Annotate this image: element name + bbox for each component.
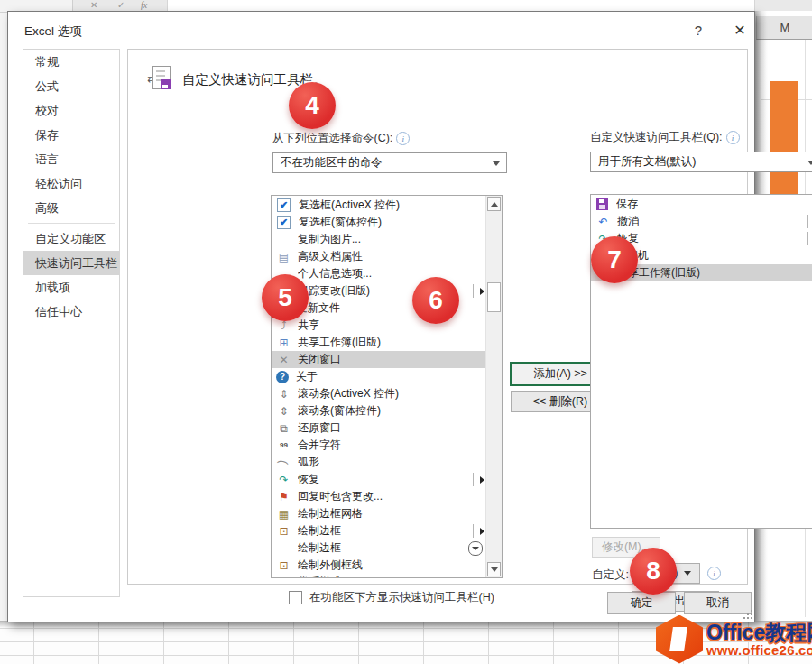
- list-item[interactable]: ✕关闭窗口: [272, 351, 486, 368]
- list-item-label: 弧形: [298, 455, 319, 470]
- list-item[interactable]: ⤴共享: [272, 317, 486, 334]
- sidebar-item[interactable]: 校对: [23, 98, 119, 123]
- no-icon: [276, 541, 291, 555]
- list-item-label: 共享: [298, 318, 319, 333]
- merge-characters-icon: 99: [276, 438, 291, 452]
- commands-list: ✔复选框(ActiveX 控件)✔复选框(窗体控件)复制为图片...▤高级文档属…: [271, 195, 503, 578]
- list-item[interactable]: 复制为图片...: [272, 231, 486, 248]
- list-item[interactable]: ⊞共享工作簿(旧版): [272, 334, 486, 351]
- cancel-icon[interactable]: ✕: [90, 0, 97, 11]
- watermark-url: www.office26.com: [706, 643, 812, 658]
- draw-border-grid-icon: ▦: [276, 507, 291, 521]
- ok-button[interactable]: 确定: [607, 592, 676, 614]
- info-icon[interactable]: i: [396, 132, 410, 145]
- callout-step-7: 7: [591, 236, 638, 283]
- sidebar-item[interactable]: 语言: [23, 147, 119, 171]
- list-item-label: 个人信息选项...: [298, 266, 372, 281]
- list-item-label: 跟踪更改(旧版): [298, 283, 370, 299]
- info-icon[interactable]: i: [726, 131, 740, 144]
- submenu-arrow-icon[interactable]: [473, 284, 486, 298]
- no-icon: [276, 233, 291, 246]
- list-item[interactable]: ↶撤消: [591, 213, 812, 230]
- split-down-icon[interactable]: [468, 541, 483, 556]
- list-item-label: 绘制边框: [298, 523, 341, 539]
- divider: [28, 223, 115, 224]
- scrollbar[interactable]: [485, 196, 502, 577]
- close-window-icon: ✕: [276, 353, 291, 366]
- submenu-arrow-icon[interactable]: [807, 232, 812, 245]
- restore-window-icon: ⧉: [276, 421, 291, 435]
- list-item[interactable]: ✔复选框(ActiveX 控件): [272, 197, 486, 214]
- list-item-label: 关闭窗口: [298, 352, 341, 367]
- sidebar-item[interactable]: 高级: [23, 196, 119, 220]
- insert-function-icon[interactable]: fx: [141, 0, 147, 11]
- list-item-label: 绘制外侧框线: [298, 558, 363, 573]
- excel-options-dialog: Excel 选项 ? ✕ 常规公式校对保存语言轻松访问高级自定义功能区快速访问工…: [7, 11, 755, 622]
- show-below-ribbon-checkbox[interactable]: [289, 591, 302, 604]
- list-item-label: 关于: [296, 369, 318, 384]
- submenu-arrow-icon[interactable]: [473, 524, 486, 538]
- list-item[interactable]: ⇕滚动条(窗体控件): [272, 402, 486, 420]
- list-item[interactable]: ⊡绘制外侧框线: [272, 557, 486, 574]
- list-item-label: 绘制边框网格: [298, 506, 363, 521]
- submenu-arrow-icon[interactable]: [473, 473, 486, 486]
- shared-workbook-icon: ⊞: [276, 336, 291, 349]
- currency-style-icon: "¥": [276, 576, 291, 578]
- scrollbar-control-icon: ⇕: [276, 404, 291, 418]
- scroll-down-icon[interactable]: [487, 562, 501, 576]
- list-item[interactable]: 个人信息选项...: [272, 265, 486, 282]
- list-item[interactable]: (弧形: [272, 454, 486, 471]
- office-logo-icon: [656, 615, 703, 664]
- list-item-label: 合并字符: [298, 438, 341, 453]
- submenu-arrow-icon[interactable]: [807, 215, 812, 228]
- list-item[interactable]: ⊡绘制边框: [272, 522, 486, 540]
- watermark-title: Office教程网: [706, 622, 812, 643]
- chevron-down-icon: [684, 571, 691, 576]
- sidebar-item[interactable]: 常规: [23, 50, 119, 74]
- checkbox-checked-icon: ✔: [277, 216, 291, 229]
- list-item[interactable]: ⧉还原窗口: [272, 420, 486, 437]
- list-item-label: 共享工作簿(旧版): [298, 335, 381, 350]
- list-item[interactable]: ▦绘制边框网格: [272, 505, 486, 522]
- undo-icon: ↶: [595, 215, 611, 228]
- sidebar-item[interactable]: 快速访问工具栏: [23, 251, 119, 275]
- callout-step-6: 6: [412, 277, 459, 324]
- list-item-label: 复制为图片...: [298, 232, 361, 247]
- list-item[interactable]: ⇕滚动条(ActiveX 控件): [272, 385, 486, 402]
- sidebar-item[interactable]: 保存: [23, 123, 119, 147]
- chevron-down-icon: [493, 161, 500, 166]
- list-item[interactable]: "¥"货币样式: [272, 574, 486, 578]
- list-item[interactable]: 绘制边框: [272, 540, 486, 557]
- scroll-up-icon[interactable]: [487, 197, 501, 211]
- enter-icon[interactable]: ✓: [117, 0, 125, 11]
- dialog-title: Excel 选项: [24, 23, 82, 40]
- help-button[interactable]: ?: [687, 21, 710, 41]
- info-icon[interactable]: i: [707, 567, 721, 580]
- list-item[interactable]: ↷恢复: [272, 471, 486, 488]
- list-item[interactable]: ⚑回复时包含更改...: [272, 488, 486, 505]
- list-item-label: 回复时包含更改...: [298, 489, 383, 504]
- flag-icon: ⚑: [276, 490, 291, 503]
- cancel-button[interactable]: 取消: [684, 592, 752, 614]
- choose-commands-label: 从下列位置选择命令(C): i: [272, 131, 410, 146]
- choose-commands-dropdown[interactable]: 不在功能区中的命令: [272, 152, 507, 173]
- scrollbar-thumb[interactable]: [487, 282, 501, 312]
- sidebar-item[interactable]: 公式: [23, 74, 119, 98]
- sidebar-item[interactable]: 加载项: [23, 275, 119, 300]
- list-item[interactable]: ?关于: [272, 368, 486, 385]
- scrollbar-control-icon: ⇕: [276, 387, 291, 401]
- draw-outside-border-icon: ⊡: [276, 558, 291, 572]
- list-item[interactable]: ✔复选框(窗体控件): [272, 214, 486, 231]
- list-item[interactable]: 99合并字符: [272, 437, 486, 454]
- list-item[interactable]: 保存: [591, 196, 812, 213]
- sidebar-item[interactable]: 信任中心: [23, 300, 119, 324]
- sidebar-item[interactable]: 轻松访问: [23, 171, 119, 196]
- sidebar-item[interactable]: 自定义功能区: [23, 226, 119, 251]
- customizations-label: 自定义:: [592, 567, 629, 583]
- callout-step-5: 5: [262, 274, 309, 321]
- customize-qat-label: 自定义快速访问工具栏(Q): i: [590, 130, 740, 145]
- list-item[interactable]: ▤高级文档属性: [272, 248, 486, 265]
- qat-scope-dropdown[interactable]: 用于所有文档(默认): [590, 152, 812, 172]
- list-item-label: 保存: [616, 197, 638, 212]
- close-button[interactable]: ✕: [726, 20, 753, 42]
